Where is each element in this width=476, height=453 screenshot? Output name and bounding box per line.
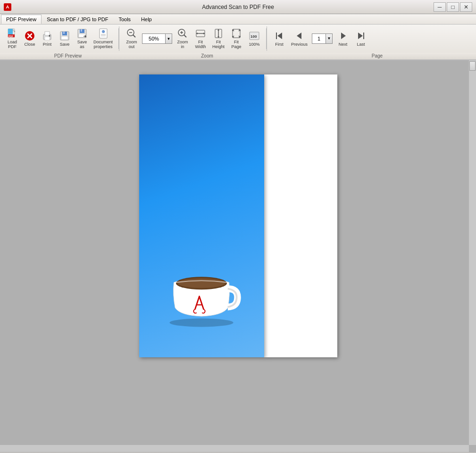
close-red-icon: [24, 30, 35, 41]
fit-page-button[interactable]: FitPage: [228, 26, 245, 51]
print-label: Print: [43, 42, 52, 47]
prev-icon: [294, 30, 305, 41]
svg-text:PDF: PDF: [8, 35, 13, 38]
zoom-100-button[interactable]: 100 100%: [246, 29, 263, 49]
title-bar-controls: ─ □ ✕: [434, 2, 472, 12]
svg-rect-16: [81, 29, 82, 32]
toolbar-row: PDF LoadPDF Close: [0, 25, 476, 53]
zoom-input[interactable]: [142, 33, 166, 44]
svg-rect-13: [61, 36, 68, 40]
svg-point-39: [170, 319, 234, 327]
title-bar: Advanced Scan to PDF Free ─ □ ✕: [0, 0, 476, 14]
svg-rect-2: [8, 29, 13, 34]
horizontal-scrollbar[interactable]: [0, 445, 469, 452]
zoom-in-icon: [177, 28, 188, 39]
save-button[interactable]: Save: [56, 29, 73, 49]
load-pdf-button[interactable]: PDF LoadPDF: [4, 26, 21, 51]
coffee-cup-image: [159, 244, 244, 329]
title-bar-title: Advanced Scan to PDF Free: [202, 4, 274, 10]
load-pdf-icon: PDF: [7, 28, 18, 39]
page-dropdown-button[interactable]: ▼: [326, 33, 333, 44]
toolbar-group-zoom: Zoomout ▼: [121, 26, 267, 51]
fit-page-icon: [231, 28, 242, 39]
zoom-in-button[interactable]: Zoomin: [174, 26, 191, 51]
fit-width-label: FitWidth: [195, 40, 206, 49]
next-icon: [337, 30, 349, 41]
save-as-label: Saveas: [77, 40, 87, 49]
load-pdf-label: LoadPDF: [8, 40, 17, 49]
page-input-group: ▼: [312, 33, 333, 44]
svg-line-25: [133, 35, 135, 37]
previous-page-button[interactable]: Previous: [289, 29, 310, 49]
zoom-dropdown-button[interactable]: ▼: [166, 33, 172, 44]
zoom-group-label: Zoom: [134, 53, 280, 58]
fit-height-icon: [213, 28, 224, 39]
app-icon: [4, 3, 11, 11]
close-file-label: Close: [24, 42, 35, 47]
fit-height-label: FitHeight: [212, 40, 225, 49]
toolbar-group-pdf-preview: PDF LoadPDF Close: [2, 26, 119, 51]
first-label: First: [275, 42, 284, 47]
fit-width-icon: [195, 28, 206, 39]
title-bar-left: [4, 3, 11, 11]
save-as-button[interactable]: Saveas: [74, 26, 91, 51]
content-area: [0, 60, 476, 452]
svg-line-29: [184, 35, 186, 37]
fit-page-label: FitPage: [232, 40, 242, 49]
toolbar-group-page: First Previous ▼: [269, 29, 371, 49]
page-group-label: Page: [280, 53, 474, 58]
toolbar: PDF LoadPDF Close: [0, 25, 476, 60]
close-button[interactable]: ✕: [460, 2, 472, 12]
next-page-button[interactable]: Next: [334, 29, 351, 49]
menu-bar: PDF Preview Scan to PDF / JPG to PDF Too…: [0, 14, 476, 25]
page-right: [264, 74, 337, 357]
zoom-out-icon: [126, 28, 137, 39]
minimize-button[interactable]: ─: [434, 2, 446, 12]
svg-text:100: 100: [251, 34, 257, 39]
zoom-out-button[interactable]: Zoomout: [123, 26, 140, 51]
last-page-button[interactable]: Last: [352, 29, 369, 49]
fit-height-button[interactable]: FitHeight: [210, 26, 227, 51]
first-page-button[interactable]: First: [271, 29, 288, 49]
last-icon: [355, 30, 367, 41]
save-icon: [59, 30, 70, 41]
tab-tools[interactable]: Tools: [113, 15, 136, 24]
tab-help[interactable]: Help: [136, 15, 157, 24]
last-label: Last: [357, 42, 365, 47]
svg-rect-17: [79, 34, 85, 37]
first-icon: [274, 30, 285, 41]
vertical-scrollbar[interactable]: [469, 60, 476, 445]
zoom-in-label: Zoomin: [177, 40, 188, 49]
document-view[interactable]: [0, 60, 476, 452]
vertical-scroll-thumb[interactable]: [469, 61, 476, 71]
pdf-preview-group-label: PDF Preview: [2, 53, 134, 58]
save-label: Save: [60, 42, 70, 47]
tab-scan-to-pdf[interactable]: Scan to PDF / JPG to PDF: [42, 15, 113, 24]
page-container: [139, 74, 337, 357]
save-as-icon: [76, 28, 88, 39]
doc-props-label: Documentproperties: [93, 40, 113, 49]
svg-rect-8: [45, 32, 50, 35]
print-icon: [42, 30, 53, 41]
fit-width-button[interactable]: FitWidth: [192, 26, 209, 51]
page-input[interactable]: [312, 33, 326, 44]
doc-props-icon: i: [98, 28, 109, 39]
previous-label: Previous: [291, 42, 308, 47]
svg-rect-7: [45, 37, 50, 40]
zoom-100-icon: 100: [249, 30, 260, 41]
svg-rect-12: [63, 32, 65, 34]
svg-point-9: [49, 35, 50, 37]
print-button[interactable]: Print: [39, 29, 56, 49]
document-properties-button[interactable]: i Documentproperties: [91, 26, 115, 51]
zoom-100-label: 100%: [249, 42, 260, 47]
tab-pdf-preview[interactable]: PDF Preview: [1, 15, 42, 24]
toolbar-label-row: PDF Preview Zoom Page: [0, 53, 476, 60]
svg-point-42: [178, 279, 225, 288]
page-left: [139, 74, 264, 357]
zoom-out-label: Zoomout: [126, 40, 137, 49]
close-file-button[interactable]: Close: [21, 29, 38, 49]
zoom-input-group: ▼: [142, 33, 172, 44]
next-label: Next: [339, 42, 348, 47]
restore-button[interactable]: □: [447, 2, 459, 12]
